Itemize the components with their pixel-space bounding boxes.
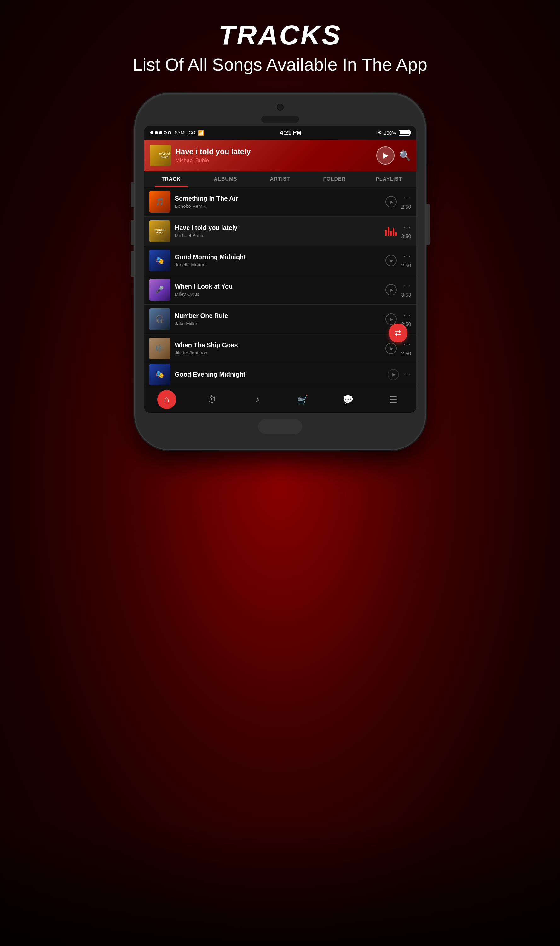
track-info-7: Good Evening Midnight — [175, 371, 383, 378]
status-bar: SYMU.CO 📶 4:21 PM ✱ 100% — [144, 126, 416, 140]
track-middle-7 — [388, 369, 399, 380]
earpiece — [261, 116, 299, 123]
shuffle-fab-button[interactable]: ⇄ — [389, 324, 408, 342]
page-title: TRACKS — [133, 19, 427, 51]
tab-albums[interactable]: ALBUMS — [198, 171, 253, 187]
tab-playlist[interactable]: PLAYLIST — [362, 171, 416, 187]
track-play-button-7[interactable] — [388, 369, 399, 380]
track-artwork-jake: 🎧 — [149, 308, 171, 330]
now-playing-play-button[interactable] — [376, 146, 395, 165]
eq-bar-5 — [395, 232, 397, 236]
battery-fill — [400, 131, 409, 134]
status-right: ✱ 100% — [377, 130, 410, 136]
tab-folder[interactable]: FOLDER — [307, 171, 362, 187]
tab-track[interactable]: TRACK — [144, 171, 198, 187]
track-info-1: Something In The Air Bonobo Remix — [175, 195, 381, 209]
track-title-7: Good Evening Midnight — [175, 371, 383, 378]
signal-dot-4 — [163, 131, 167, 134]
track-artwork-goodevening: 🎭 — [149, 364, 171, 385]
track-middle-2 — [385, 226, 397, 236]
track-duration-6: 2:50 — [401, 351, 411, 357]
track-info-3: Good Morning Midnight Janelle Monae — [175, 254, 381, 267]
nav-tracks-button[interactable]: ♪ — [248, 390, 267, 409]
track-more-button-1[interactable]: ··· — [403, 194, 411, 202]
track-info-2: Have i told you lately Michael Buble — [175, 224, 381, 238]
physical-home-button[interactable] — [258, 419, 302, 434]
nav-menu-button[interactable]: ☰ — [384, 390, 403, 409]
track-right-4: ··· 3:53 — [401, 282, 411, 298]
tab-artist[interactable]: ARTIST — [253, 171, 307, 187]
chat-icon: 💬 — [343, 394, 354, 405]
track-item-5[interactable]: 🎧 Number One Rule Jake Miller ··· 2:50 — [144, 305, 416, 334]
battery-label: 100% — [384, 130, 396, 136]
battery-bar — [398, 130, 410, 136]
track-duration-3: 2:50 — [401, 263, 411, 269]
eq-bar-2 — [388, 227, 389, 236]
track-item-6[interactable]: 🎼 When The Ship Goes Jillette Johnson ··… — [144, 334, 416, 363]
nav-recent-button[interactable]: ⏱ — [203, 390, 222, 409]
signal-dot-5 — [168, 131, 171, 134]
equalizer-bars — [385, 226, 397, 236]
track-play-button-4[interactable] — [385, 284, 397, 296]
screen: SYMU.CO 📶 4:21 PM ✱ 100% — [144, 126, 416, 413]
track-item-3[interactable]: 🎭 Good Morning Midnight Janelle Monae ··… — [144, 246, 416, 275]
carrier-label: SYMU.CO — [175, 130, 195, 135]
track-play-button-6[interactable] — [385, 343, 397, 354]
tracks-icon: ♪ — [255, 394, 260, 405]
track-middle-3 — [385, 255, 397, 266]
track-right-2: ··· 3:50 — [401, 223, 411, 239]
eq-bar-3 — [390, 231, 392, 236]
track-more-button-5[interactable]: ··· — [403, 311, 411, 319]
track-title-1: Something In The Air — [175, 195, 381, 202]
signal-dot-1 — [150, 131, 154, 134]
track-artist-2: Michael Buble — [175, 233, 381, 238]
bottom-nav: ⌂ ⏱ ♪ 🛒 💬 ☰ — [144, 386, 416, 413]
track-play-button-3[interactable] — [385, 255, 397, 266]
track-title-3: Good Morning Midnight — [175, 254, 381, 261]
wifi-icon: 📶 — [198, 130, 204, 136]
phone-body: SYMU.CO 📶 4:21 PM ✱ 100% — [135, 94, 425, 449]
track-more-button-3[interactable]: ··· — [403, 252, 411, 260]
track-title-6: When The Ship Goes — [175, 342, 381, 349]
track-item[interactable]: 🎵 Something In The Air Bonobo Remix ··· … — [144, 187, 416, 217]
track-info-6: When The Ship Goes Jillette Johnson — [175, 342, 381, 355]
track-artwork-bonobo: 🎵 — [149, 191, 171, 213]
track-duration-4: 3:53 — [401, 292, 411, 298]
track-item-4[interactable]: 🎤 When I Look at You Miley Cyrus ··· 3:5… — [144, 275, 416, 305]
now-playing-artwork: michaelbublé — [150, 145, 171, 166]
track-more-button-4[interactable]: ··· — [403, 282, 411, 290]
phone-wrapper: SYMU.CO 📶 4:21 PM ✱ 100% — [135, 94, 425, 449]
track-right-3: ··· 2:50 — [401, 252, 411, 269]
signal-dot-3 — [159, 131, 162, 134]
track-more-button-6[interactable]: ··· — [403, 340, 411, 348]
track-play-button-5[interactable] — [385, 313, 397, 325]
cart-icon: 🛒 — [297, 394, 308, 405]
track-item-7-partial[interactable]: 🎭 Good Evening Midnight ··· — [144, 363, 416, 386]
nav-home-button[interactable]: ⌂ — [157, 390, 176, 409]
track-artwork-jillette: 🎼 — [149, 338, 171, 359]
recent-icon: ⏱ — [208, 394, 217, 405]
track-middle-6 — [385, 343, 397, 354]
track-right-6: ··· 2:50 — [401, 340, 411, 357]
track-right-7: ··· — [403, 371, 411, 379]
track-artwork-buble: michaelbublé — [149, 220, 171, 242]
home-icon: ⌂ — [164, 394, 169, 405]
nav-cart-button[interactable]: 🛒 — [293, 390, 312, 409]
track-list: 🎵 Something In The Air Bonobo Remix ··· … — [144, 187, 416, 386]
signal-dots — [150, 131, 171, 134]
track-title-4: When I Look at You — [175, 283, 381, 290]
search-button[interactable]: 🔍 — [399, 150, 411, 161]
track-play-button-1[interactable] — [385, 196, 397, 208]
now-playing-artist: Michael Buble — [175, 157, 372, 164]
page-header: TRACKS List Of All Songs Available In Th… — [133, 0, 427, 87]
now-playing-bar[interactable]: michaelbublé Have i told you lately Mich… — [144, 140, 416, 171]
nav-chat-button[interactable]: 💬 — [339, 390, 358, 409]
track-item-playing[interactable]: michaelbublé Have i told you lately Mich… — [144, 217, 416, 246]
track-info-5: Number One Rule Jake Miller — [175, 312, 381, 326]
track-more-button-7[interactable]: ··· — [403, 371, 411, 379]
track-more-button-2[interactable]: ··· — [403, 223, 411, 231]
track-artist-3: Janelle Monae — [175, 262, 381, 267]
eq-bar-4 — [393, 228, 394, 236]
menu-icon: ☰ — [389, 394, 397, 405]
track-middle-4 — [385, 284, 397, 296]
